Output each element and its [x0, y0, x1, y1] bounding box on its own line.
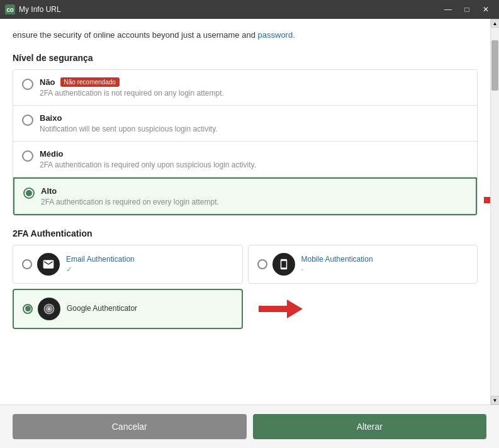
option-desc-nao: 2FA authentication is not required on an… [40, 89, 224, 98]
email-auth-name: Email Authentication [66, 255, 135, 264]
scrollbar-track[interactable] [491, 28, 499, 396]
google-icon [38, 298, 60, 320]
security-option-nao[interactable]: Não Não recomendado 2FA authentication i… [13, 70, 477, 106]
window-title: My Info URL [19, 5, 440, 14]
auth-card-google[interactable]: Google Authenticator [13, 289, 243, 329]
google-svg [43, 303, 55, 315]
security-option-alto[interactable]: Alto 2FA authentication is required on e… [13, 177, 477, 215]
email-svg [42, 258, 55, 271]
google-auth-label: Google Authenticator [67, 304, 137, 314]
security-option-medio[interactable]: Médio 2FA authentication is required onl… [13, 142, 477, 177]
option-desc-baixo: Notification will be sent upon suspiciou… [40, 125, 218, 133]
red-arrow-alto-svg [484, 191, 490, 210]
cancel-button[interactable]: Cancelar [13, 414, 247, 439]
security-option-baixo[interactable]: Baixo Notification will be sent upon sus… [13, 106, 477, 142]
email-icon [37, 253, 60, 276]
arrow-alto [484, 191, 490, 210]
option-content-nao: Não Não recomendado 2FA authentication i… [40, 77, 224, 98]
auth-section: 2FA Authentication Email Authentication [13, 228, 478, 329]
maximize-button[interactable]: □ [459, 3, 475, 16]
confirm-button[interactable]: Alterar [253, 414, 487, 439]
radio-alto-inner [26, 190, 32, 196]
option-content-medio: Médio 2FA authentication is required onl… [40, 149, 256, 169]
option-label-alto: Alto [41, 186, 219, 196]
mobile-auth-label: Mobile Authentication - [301, 255, 373, 274]
radio-baixo [22, 115, 33, 126]
email-auth-label: Email Authentication ✓ [66, 255, 135, 274]
arrow-google [259, 300, 303, 318]
auth-section-title: 2FA Authentication [13, 228, 478, 238]
intro-link[interactable]: password. [258, 30, 295, 40]
scroll-down-arrow[interactable]: ▼ [491, 396, 500, 405]
title-bar: co My Info URL — □ ✕ [0, 0, 499, 19]
mobile-auth-dash: - [301, 265, 304, 274]
footer: Cancelar Alterar [0, 405, 499, 448]
option-label-medio: Médio [40, 149, 256, 159]
svg-point-2 [48, 307, 51, 310]
option-desc-alto: 2FA authentication is required on every … [41, 198, 219, 206]
scrollbar: ▲ ▼ [490, 19, 499, 405]
minimize-button[interactable]: — [440, 3, 456, 16]
google-auth-wrapper: Google Authenticator [13, 289, 243, 329]
close-button[interactable]: ✕ [478, 3, 494, 16]
mobile-svg [278, 258, 289, 271]
option-label-nao: Não Não recomendado [40, 77, 224, 87]
badge-not-recommended: Não recomendado [60, 77, 120, 87]
auth-radio-google [23, 304, 33, 314]
option-desc-medio: 2FA authentication is required only upon… [40, 160, 256, 169]
security-levels-wrapper: Não Não recomendado 2FA authentication i… [13, 69, 478, 216]
auth-card-mobile[interactable]: Mobile Authentication - [248, 245, 478, 284]
svg-marker-0 [484, 191, 490, 210]
mobile-icon [272, 253, 295, 276]
radio-alto [23, 188, 35, 199]
red-arrow-google-svg [259, 300, 303, 318]
mobile-auth-name: Mobile Authentication [301, 255, 373, 264]
main-content: ensure the security of online accounts b… [0, 19, 490, 405]
content-area: ensure the security of online accounts b… [0, 19, 499, 405]
intro-text: ensure the security of online accounts b… [13, 29, 478, 42]
auth-radio-google-dot [25, 306, 31, 311]
window-controls: — □ ✕ [440, 3, 494, 16]
scrollbar-thumb[interactable] [491, 40, 498, 91]
svg-marker-3 [259, 300, 303, 318]
option-label-baixo: Baixo [40, 113, 218, 123]
option-content-alto: Alto 2FA authentication is required on e… [41, 186, 219, 206]
email-auth-status: ✓ [66, 265, 72, 274]
app-icon: co [5, 4, 15, 14]
radio-nao [22, 79, 33, 90]
main-window: co My Info URL — □ ✕ ensure the security… [0, 0, 499, 448]
auth-grid: Email Authentication ✓ [13, 245, 478, 329]
scroll-up-arrow[interactable]: ▲ [491, 19, 500, 28]
auth-card-email[interactable]: Email Authentication ✓ [13, 245, 243, 284]
security-section-title: Nível de segurança [13, 53, 478, 63]
auth-radio-mobile [257, 259, 267, 269]
security-levels: Não Não recomendado 2FA authentication i… [13, 69, 478, 216]
option-content-baixo: Baixo Notification will be sent upon sus… [40, 113, 218, 133]
google-auth-name: Google Authenticator [67, 304, 137, 313]
radio-medio [22, 150, 33, 162]
auth-radio-email [22, 259, 32, 269]
